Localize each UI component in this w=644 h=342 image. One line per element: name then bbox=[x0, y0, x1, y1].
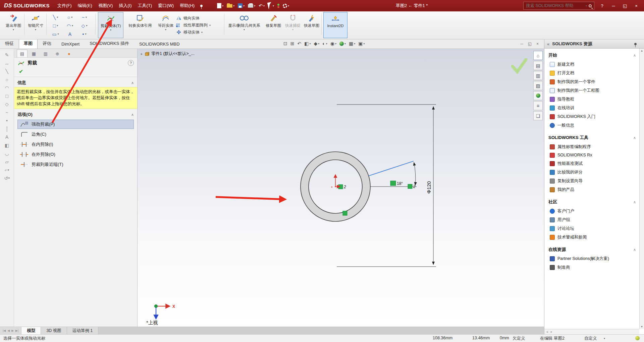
fillet-tool-icon[interactable]: ◡ bbox=[5, 151, 9, 156]
mirror-tool-icon[interactable]: ◧ bbox=[5, 143, 9, 148]
section-header[interactable]: 在线资源 ∧ bbox=[548, 245, 638, 254]
tab-3d-views[interactable]: 3D 视图 bbox=[41, 327, 67, 334]
dropdown-icon[interactable]: ▾ bbox=[35, 28, 36, 31]
help-button[interactable]: ? bbox=[598, 3, 606, 8]
tab-dimxpert[interactable]: DimXpert bbox=[56, 40, 85, 49]
dropdown-icon[interactable]: ▾ bbox=[288, 4, 289, 7]
line-tool-button[interactable]: ╲▾ bbox=[48, 13, 63, 21]
quick-snaps-button[interactable]: 快速捕捉 ▾ bbox=[284, 12, 301, 38]
offset-entities-button[interactable]: 等距实体 ▾ bbox=[158, 12, 174, 38]
ok-check-button[interactable]: ✔ bbox=[19, 69, 23, 74]
scroll-right-icon[interactable]: » bbox=[550, 330, 552, 334]
section-header[interactable]: 社区 ∧ bbox=[548, 197, 638, 207]
mirror-entities-button[interactable]: 镜向实体 bbox=[176, 15, 221, 21]
collapse-icon[interactable]: ∧ bbox=[131, 113, 134, 117]
menu-window[interactable]: 窗口(W) bbox=[155, 1, 177, 10]
options-button[interactable]: ▾ bbox=[282, 3, 290, 9]
display-delete-relations-button[interactable]: 显示/删除几何关系 ▾ bbox=[227, 12, 262, 38]
dropdown-icon[interactable]: ▾ bbox=[209, 24, 211, 27]
search-input[interactable] bbox=[526, 3, 584, 8]
point-tool-button[interactable]: •▾ bbox=[77, 30, 92, 38]
smart-dimension-button[interactable]: 智能尺寸 ▾ bbox=[26, 12, 45, 38]
dropdown-icon[interactable]: ▾ bbox=[254, 4, 255, 7]
dropdown-icon[interactable]: ▾ bbox=[273, 4, 274, 7]
task-pane-scrollbar[interactable]: ▲ ▼ bbox=[639, 49, 644, 329]
ellipse-tool-button[interactable]: ◇▾ bbox=[77, 21, 92, 30]
dropdown-icon[interactable]: ▾ bbox=[71, 16, 72, 19]
circle-tool-icon[interactable]: ○ bbox=[5, 77, 8, 82]
collapse-icon[interactable]: ∧ bbox=[633, 200, 637, 204]
menu-tools[interactable]: 工具(T) bbox=[135, 1, 155, 10]
relation-badge[interactable] bbox=[408, 184, 412, 189]
doc-restore-button[interactable]: ◱ bbox=[528, 42, 532, 46]
open-document-button[interactable]: ▾ bbox=[226, 3, 235, 8]
design-library-tab[interactable]: ▤ bbox=[533, 61, 543, 70]
section-header[interactable]: 开始 ∧ bbox=[548, 51, 638, 60]
diameter-dimension-label[interactable]: Φ120 bbox=[426, 181, 432, 194]
list-item[interactable]: Partner Solutions(解决方案) bbox=[548, 254, 638, 263]
list-item[interactable]: SOLIDWORKS 入门 bbox=[548, 112, 638, 121]
collapse-icon[interactable]: ∧ bbox=[633, 248, 637, 252]
option-power-trim[interactable]: 强劲剪裁(P) bbox=[17, 120, 134, 129]
dropdown-icon[interactable]: ▾ bbox=[85, 32, 86, 36]
dropdown-icon[interactable]: ▾ bbox=[233, 4, 234, 7]
forum-tab[interactable]: ❏ bbox=[533, 111, 543, 120]
dropdown-icon[interactable]: ▾ bbox=[335, 42, 336, 45]
collapse-icon[interactable]: ∧ bbox=[633, 53, 637, 58]
option-trim-closest[interactable]: 剪裁到最近端(T) bbox=[17, 160, 134, 169]
tab-features[interactable]: 特征 bbox=[0, 39, 19, 49]
view-settings-button[interactable]: ▣▾ bbox=[358, 41, 365, 46]
appearances-tab[interactable] bbox=[533, 91, 543, 100]
exit-sketch-button[interactable]: 退出草图 ▾ bbox=[3, 12, 23, 38]
previous-view-button[interactable]: ↶ bbox=[297, 41, 301, 46]
dropdown-icon[interactable]: ▾ bbox=[165, 28, 166, 31]
slot-tool-button[interactable]: ▭▾ bbox=[48, 30, 63, 38]
list-item[interactable]: 制作我的第一个工程图 bbox=[548, 86, 638, 95]
first-tab-button[interactable]: |◀ bbox=[3, 329, 6, 332]
dropdown-icon[interactable]: ▾ bbox=[57, 16, 58, 19]
dropdown-icon[interactable]: ▾ bbox=[58, 32, 59, 36]
dimension-tool-icon[interactable]: ↔ bbox=[5, 61, 9, 66]
move-entities-button[interactable]: 移动实体 ▾ bbox=[176, 29, 221, 35]
resources-tab[interactable]: ⌂ bbox=[533, 51, 543, 60]
list-item[interactable]: 制作我的第一个零件 bbox=[548, 77, 638, 86]
minimize-button[interactable]: ─ bbox=[610, 3, 617, 8]
list-item[interactable]: 指导教程 bbox=[548, 95, 638, 104]
collapse-icon[interactable]: ∧ bbox=[131, 81, 134, 85]
dropdown-icon[interactable]: ▾ bbox=[263, 4, 265, 7]
spline-tool-icon[interactable]: ~ bbox=[5, 110, 8, 115]
graphics-area[interactable]: ▸ 零件1 (默认<<默认>_... Φ120 bbox=[138, 49, 544, 327]
zoom-to-area-button[interactable]: ⊞ bbox=[290, 41, 294, 46]
collapse-pane-icon[interactable]: « bbox=[547, 42, 549, 47]
custom-view-selector[interactable]: 自定义 bbox=[584, 336, 597, 341]
angle-relation-badge[interactable] bbox=[390, 181, 396, 186]
list-item[interactable]: 在线培训 bbox=[548, 104, 638, 112]
list-item[interactable]: 用户组 bbox=[548, 215, 638, 224]
dropdown-icon[interactable]: ▾ bbox=[243, 4, 245, 7]
file-explorer-tab[interactable]: ▥ bbox=[533, 71, 543, 80]
scroll-down-icon[interactable]: ▼ bbox=[641, 325, 643, 328]
view-palette-tab[interactable]: ▨ bbox=[533, 81, 543, 90]
confirmation-check-icon[interactable] bbox=[513, 60, 526, 72]
hide-show-items-button[interactable]: ◉▾ bbox=[330, 41, 336, 46]
circle-tool-button[interactable]: ○▾ bbox=[63, 13, 77, 21]
dropdown-icon[interactable]: ▾ bbox=[318, 42, 319, 45]
help-icon[interactable]: ? bbox=[128, 60, 134, 66]
option-corner[interactable]: 边角(C) bbox=[17, 130, 134, 139]
collapse-icon[interactable]: ∧ bbox=[633, 136, 637, 140]
new-document-button[interactable]: ▾ bbox=[216, 2, 224, 9]
line-tool-icon[interactable]: ╲ bbox=[5, 69, 8, 74]
instant2d-button[interactable]: Instant2D bbox=[323, 12, 347, 38]
list-item[interactable]: 新建文档 bbox=[548, 60, 638, 69]
select-button[interactable]: ▾ bbox=[267, 2, 275, 10]
expand-icon[interactable]: ▸ bbox=[141, 52, 143, 56]
doc-minimize-button[interactable]: ─ bbox=[520, 42, 523, 46]
rectangle-tool-icon[interactable]: □ bbox=[5, 93, 8, 99]
arc-tool-icon[interactable]: ◠ bbox=[5, 85, 9, 90]
text-tool-button[interactable]: A bbox=[63, 30, 77, 38]
save-button[interactable]: ▾ bbox=[237, 3, 246, 9]
spline-tool-button[interactable]: ~▾ bbox=[77, 13, 92, 21]
list-item[interactable]: 我的产品 bbox=[548, 185, 638, 194]
menu-help[interactable]: 帮助(H) bbox=[177, 1, 198, 10]
repair-sketch-button[interactable]: 修复草图 bbox=[265, 12, 282, 38]
